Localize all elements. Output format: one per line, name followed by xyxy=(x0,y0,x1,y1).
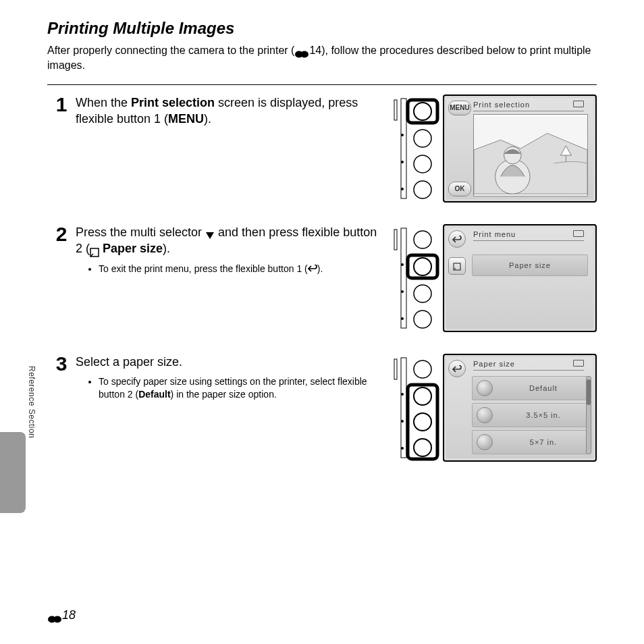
step-2-c: ). xyxy=(163,242,170,255)
svg-point-31 xyxy=(414,360,431,378)
svg-point-6 xyxy=(414,103,431,120)
option-radio-icon xyxy=(477,380,493,396)
svg-rect-32 xyxy=(408,385,437,459)
option-radio-icon xyxy=(477,407,493,423)
step-2-a: Press the multi selector xyxy=(76,225,205,239)
svg-point-11 xyxy=(401,161,404,163)
screen-2-title: Print menu xyxy=(473,230,584,241)
svg-point-9 xyxy=(414,181,431,198)
step-3-bullet-b: ) in the paper size option. xyxy=(171,389,277,400)
screen-3-title-text: Paper size xyxy=(473,360,515,368)
paper-size-icon xyxy=(90,245,99,254)
down-triangle-icon xyxy=(205,228,215,238)
svg-point-22 xyxy=(414,258,431,275)
screen-3-title: Paper size xyxy=(473,360,584,371)
step-2-bullet-b: ). xyxy=(317,263,323,274)
option-radio-icon xyxy=(477,434,493,450)
svg-rect-41 xyxy=(51,618,58,621)
option-default-label: Default xyxy=(500,384,587,392)
svg-point-23 xyxy=(414,285,431,302)
svg-point-27 xyxy=(401,317,404,320)
svg-point-36 xyxy=(401,393,404,396)
intro-a: After properly connecting the camera to … xyxy=(47,45,294,56)
svg-point-26 xyxy=(401,290,404,293)
camera-side-buttons xyxy=(387,95,441,203)
svg-rect-21 xyxy=(408,255,437,278)
step-1-bold-a: Print selection xyxy=(131,96,215,109)
svg-point-12 xyxy=(401,188,404,190)
back-arrow-icon xyxy=(308,263,317,276)
option-paper-size-label: Paper size xyxy=(473,261,587,269)
camera-side-buttons xyxy=(387,354,441,462)
back-soft-button xyxy=(448,230,466,248)
soft-button-ok: OK xyxy=(448,182,471,196)
svg-rect-5 xyxy=(408,100,437,123)
battery-icon xyxy=(573,230,584,237)
step-3: 3 Select a paper size. To specify paper … xyxy=(47,354,597,462)
step-1-number: 1 xyxy=(47,95,76,115)
paper-size-label: Paper size xyxy=(99,242,163,255)
svg-rect-19 xyxy=(394,230,397,250)
step-1-text: When the Print selection screen is displ… xyxy=(76,95,378,128)
paper-size-soft-icon xyxy=(448,257,466,275)
battery-icon xyxy=(573,101,584,107)
step-2-bullet-a: To exit the print menu, press the flexib… xyxy=(99,263,308,274)
step-2-screen: Print menu Paper size xyxy=(443,224,597,332)
step-2-text: Press the multi selector and then press … xyxy=(76,224,378,257)
scrollbar xyxy=(586,376,591,454)
battery-icon xyxy=(573,360,584,367)
svg-point-33 xyxy=(414,387,431,405)
step-3-screen: Paper size Default 3.5×5 in. 5×7 in. xyxy=(443,354,597,462)
option-3-5x5: 3.5×5 in. xyxy=(472,403,588,427)
svg-point-34 xyxy=(414,413,431,431)
step-3-bullet-1: To specify paper size using settings on … xyxy=(99,375,378,401)
step-1-screen: MENU Print selection xyxy=(443,95,597,203)
step-2: 2 Press the multi selector and then pres… xyxy=(47,224,597,332)
svg-point-35 xyxy=(414,439,431,456)
svg-rect-18 xyxy=(401,228,406,328)
screen-2-title-text: Print menu xyxy=(473,230,516,238)
screen-1-title-text: Print selection xyxy=(473,101,530,109)
option-3-5x5-label: 3.5×5 in. xyxy=(500,411,587,419)
reference-link-icon xyxy=(47,612,62,620)
svg-point-15 xyxy=(495,159,530,194)
step-2-bullets: To exit the print menu, press the flexib… xyxy=(99,263,378,276)
svg-point-37 xyxy=(401,420,404,423)
step-1-a: When the xyxy=(76,96,131,109)
svg-point-25 xyxy=(401,263,404,266)
camera-side-buttons xyxy=(387,224,441,332)
svg-rect-4 xyxy=(394,100,397,120)
reference-link-icon xyxy=(294,47,309,55)
svg-point-7 xyxy=(414,130,431,147)
step-1-c: ). xyxy=(204,112,211,126)
option-default: Default xyxy=(472,376,588,400)
step-1: 1 When the Print selection screen is dis… xyxy=(47,95,597,203)
svg-point-38 xyxy=(401,447,404,450)
step-3-bullets: To specify paper size using settings on … xyxy=(99,375,378,401)
svg-point-16 xyxy=(504,146,521,164)
svg-rect-3 xyxy=(401,99,406,198)
step-2-bullet-1: To exit the print menu, press the flexib… xyxy=(99,263,378,276)
svg-rect-30 xyxy=(394,359,397,379)
option-paper-size: Paper size xyxy=(472,254,588,276)
step-3-number: 3 xyxy=(47,354,76,374)
page-title: Printing Multiple Images xyxy=(47,19,597,38)
default-label: Default xyxy=(138,389,170,400)
page-number: 18 xyxy=(47,608,76,622)
step-3-text: Select a paper size. xyxy=(76,354,378,370)
soft-button-menu: MENU xyxy=(448,101,471,115)
side-tab xyxy=(0,432,26,513)
back-soft-button xyxy=(448,360,466,377)
svg-point-10 xyxy=(401,134,404,136)
page-number-value: 18 xyxy=(62,608,76,622)
screen-1-title: Print selection xyxy=(473,101,584,111)
photo-illustration xyxy=(473,114,588,196)
svg-rect-29 xyxy=(401,358,406,458)
option-5x7: 5×7 in. xyxy=(472,430,588,454)
svg-point-20 xyxy=(414,231,431,248)
svg-point-24 xyxy=(414,311,431,328)
svg-rect-2 xyxy=(298,53,305,56)
option-5x7-label: 5×7 in. xyxy=(500,438,587,446)
side-section-label: Reference Section xyxy=(27,366,36,438)
intro-ref: 14 xyxy=(309,45,321,56)
